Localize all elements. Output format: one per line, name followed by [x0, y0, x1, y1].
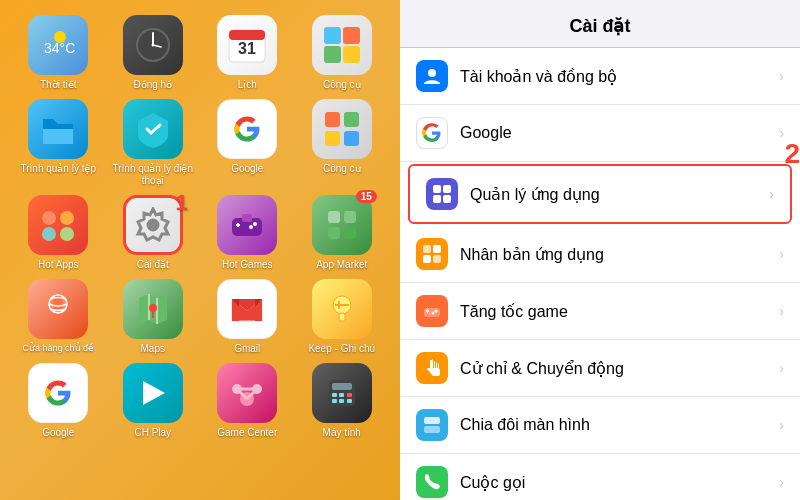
svg-rect-16: [344, 131, 359, 146]
app-market[interactable]: 15 App Market: [299, 195, 386, 271]
app-calculator[interactable]: Máy tính: [299, 363, 386, 439]
settings-item-split[interactable]: Chia đôi màn hình ›: [400, 397, 800, 454]
settings-icon-app-management: [426, 178, 458, 210]
svg-rect-29: [328, 211, 340, 223]
app-files[interactable]: Trình quản lý tệp: [15, 99, 102, 187]
svg-point-20: [60, 227, 74, 241]
app-hot-games[interactable]: Hot Games: [204, 195, 291, 271]
svg-marker-42: [143, 381, 165, 405]
app-settings[interactable]: 1 Cài đặt: [110, 195, 197, 271]
svg-rect-60: [433, 195, 441, 203]
app-hot-apps-label: Hot Apps: [38, 259, 79, 271]
market-badge: 15: [356, 190, 377, 203]
settings-chevron-calls: ›: [779, 474, 784, 490]
settings-item-calls[interactable]: Cuộc gọi ›: [400, 454, 800, 500]
svg-point-37: [149, 304, 157, 312]
app-hot-games-label: Hot Games: [222, 259, 273, 271]
app-calendar[interactable]: 31 Lịch: [204, 15, 291, 91]
settings-label-game-boost: Tăng tốc game: [460, 302, 779, 321]
app-tools2[interactable]: Công cụ: [299, 99, 386, 187]
svg-rect-51: [332, 393, 337, 397]
svg-point-27: [249, 225, 253, 229]
app-game-center-label: Game Center: [217, 427, 277, 439]
svg-rect-55: [339, 399, 344, 403]
app-phone-manager[interactable]: Trình quản lý điện thoại: [110, 99, 197, 187]
svg-rect-50: [332, 383, 352, 390]
svg-rect-68: [427, 309, 428, 313]
svg-rect-56: [347, 399, 352, 403]
app-keep[interactable]: Keep - Ghi chú: [299, 279, 386, 355]
svg-point-26: [253, 222, 257, 226]
svg-rect-10: [343, 27, 360, 44]
app-google2[interactable]: Google: [15, 363, 102, 439]
app-store[interactable]: Cửa hàng chủ đề: [15, 279, 102, 355]
app-play[interactable]: CH Play: [110, 363, 197, 439]
svg-rect-12: [343, 46, 360, 63]
svg-rect-59: [443, 185, 451, 193]
svg-rect-71: [424, 417, 440, 424]
settings-item-google[interactable]: Google ›: [400, 105, 800, 162]
svg-point-70: [432, 312, 435, 315]
settings-label-account: Tài khoản và đồng bộ: [460, 67, 779, 86]
svg-point-18: [60, 211, 74, 225]
app-calculator-label: Máy tính: [323, 427, 361, 439]
app-tools-label: Công cụ: [323, 79, 361, 91]
svg-rect-32: [344, 227, 356, 239]
settings-label-app-management: Quản lý ứng dụng: [470, 185, 769, 204]
number-2-label: 2: [784, 138, 800, 170]
svg-rect-41: [339, 313, 345, 321]
app-market-label: App Market: [316, 259, 367, 271]
app-google[interactable]: Google: [204, 99, 291, 187]
app-tools[interactable]: Công cụ: [299, 15, 386, 91]
svg-rect-15: [325, 131, 340, 146]
settings-panel: Cài đặt Tài khoản và đồng bộ ›: [400, 0, 800, 500]
settings-icon-account: [416, 60, 448, 92]
app-weather-label: Thời tiết: [40, 79, 76, 91]
svg-rect-31: [328, 227, 340, 239]
svg-rect-63: [433, 245, 441, 253]
app-gmail[interactable]: Gmail: [204, 279, 291, 355]
app-weather[interactable]: 34°C Thời tiết: [15, 15, 102, 91]
svg-rect-72: [424, 426, 440, 433]
settings-item-clone[interactable]: Nhân bản ứng dụng ›: [400, 226, 800, 283]
svg-rect-64: [423, 255, 431, 263]
settings-icon-clone: [416, 238, 448, 270]
settings-badge-1: 1: [176, 190, 188, 216]
svg-text:31: 31: [238, 40, 256, 57]
settings-label-google: Google: [460, 124, 779, 142]
svg-rect-54: [332, 399, 337, 403]
svg-rect-30: [344, 211, 356, 223]
app-calendar-label: Lịch: [238, 79, 257, 91]
settings-chevron-account: ›: [779, 68, 784, 84]
app-maps[interactable]: Maps: [110, 279, 197, 355]
home-screen: 34°C Thời tiết Đồng hồ: [0, 0, 400, 500]
app-maps-label: Maps: [141, 343, 165, 355]
settings-chevron-game-boost: ›: [779, 303, 784, 319]
settings-label-calls: Cuộc gọi: [460, 473, 779, 492]
app-clock-label: Đồng hồ: [133, 79, 172, 91]
settings-chevron-split: ›: [779, 417, 784, 433]
settings-icon-game-boost: [416, 295, 448, 327]
svg-rect-9: [324, 27, 341, 44]
settings-label-gesture: Cử chỉ & Chuyển động: [460, 359, 779, 378]
settings-label-clone: Nhân bản ứng dụng: [460, 245, 779, 264]
settings-item-app-management[interactable]: Quản lý ứng dụng › 2: [408, 164, 792, 224]
app-game-center[interactable]: Game Center: [204, 363, 291, 439]
svg-point-57: [428, 69, 436, 77]
svg-point-17: [42, 211, 56, 225]
settings-label-split: Chia đôi màn hình: [460, 416, 779, 434]
svg-rect-7: [229, 30, 265, 40]
settings-item-game-boost[interactable]: Tăng tốc game ›: [400, 283, 800, 340]
settings-title: Cài đặt: [569, 16, 630, 36]
svg-point-69: [435, 310, 438, 313]
svg-rect-58: [433, 185, 441, 193]
settings-item-account[interactable]: Tài khoản và đồng bộ ›: [400, 48, 800, 105]
settings-item-gesture[interactable]: Cử chỉ & Chuyển động ›: [400, 340, 800, 397]
svg-rect-62: [423, 245, 431, 253]
app-hot-apps[interactable]: Hot Apps: [15, 195, 102, 271]
app-clock[interactable]: Đồng hồ: [110, 15, 197, 91]
svg-rect-28: [242, 214, 252, 222]
settings-icon-gesture: [416, 352, 448, 384]
svg-rect-65: [433, 255, 441, 263]
svg-rect-53: [347, 393, 352, 397]
